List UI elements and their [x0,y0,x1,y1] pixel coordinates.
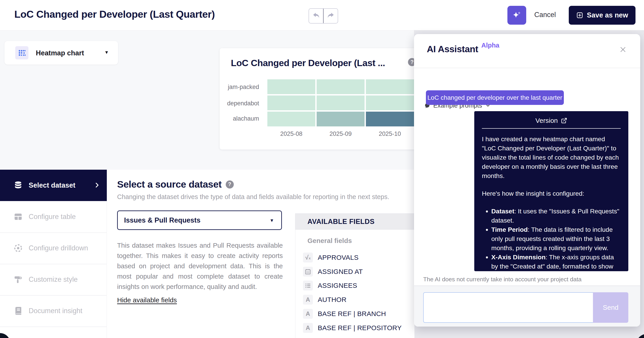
external-link-icon [561,117,567,124]
text-field-icon: A [303,309,313,319]
dataset-subtitle: Changing the dataset drives the type of … [117,193,390,201]
chart-preview-title: LoC Changed per Developer (Last ... [231,58,385,68]
ai-message-bullet: Dataset: It uses the "Issues & Pull Requ… [491,207,621,225]
ai-message-body: I have created a new heatmap chart named… [482,135,621,271]
heatmap-col-label: 2025-08 [267,130,315,137]
save-as-new-label: Save as new [587,11,628,19]
text-field-icon: A [303,295,313,305]
ai-message-bullet-list: Dataset: It uses the "Issues & Pull Requ… [482,207,621,271]
dataset-heading-row: Select a source dataset ? [117,179,234,190]
sidebar-item-customize-style[interactable]: Customize style [0,264,107,295]
field-label: ASSIGNEES [318,282,357,289]
chevron-down-icon: ▾ [270,217,273,223]
dataset-select-value: Issues & Pull Requests [124,216,200,224]
sidebar-item-document-insight[interactable]: Document insight [0,295,107,326]
heatmap-row-label: dependabot [220,100,259,107]
add-square-icon [576,12,583,19]
heatmap-cell [267,79,315,94]
heatmap-cell [317,79,364,94]
ai-panel-header: AI Assistant Alpha [427,44,499,55]
redo-icon [327,12,334,20]
formula-icon: √x [303,253,313,262]
calendar-icon [303,267,313,277]
dataset-select[interactable]: Issues & Pull Requests ▾ [117,210,282,230]
heatmap-cell [317,112,364,126]
ai-message-bullet: Time Period: The data is filtered to inc… [491,225,621,253]
undo-redo-group [308,8,338,24]
app-root: LoC Changed per Developer (Last Quarter)… [0,0,644,338]
heatmap-cell [366,112,416,126]
undo-button[interactable] [309,9,323,23]
heatmap-row-label: jam-packed [220,84,259,91]
field-item-base-ref-branch[interactable]: A BASE REF | BRANCH [303,307,386,320]
available-fields-header: AVAILABLE FIELDS [295,214,414,230]
user-prompt-chip[interactable]: LoC changed per developer over the last … [426,90,564,105]
top-bar: LoC Changed per Developer (Last Quarter)… [0,0,644,30]
ai-input-footer: Send [414,285,640,326]
heatmap-cell [366,96,416,110]
sidebar-item-configure-table[interactable]: Configure table [0,201,107,232]
sidebar-divider [0,326,107,327]
chart-type-selector[interactable]: Heatmap chart ▾ [4,41,118,65]
ai-message-paragraph: I have created a new heatmap chart named… [482,135,621,180]
field-item-assigned-at[interactable]: ASSIGNED AT [303,265,363,278]
ai-header-divider [414,68,640,68]
table-icon [14,212,23,221]
field-item-assignees[interactable]: ASSIGNEES [303,279,357,292]
sidebar-item-label: Configure drilldown [29,244,88,252]
send-button[interactable]: Send [593,292,628,323]
ai-message-card: Version I have created a new heatmap cha… [474,111,628,271]
drilldown-target-icon [14,243,23,253]
undo-icon [312,12,320,20]
field-item-base-ref-repository[interactable]: A BASE REF | REPOSITORY [303,321,402,335]
chart-type-label: Heatmap chart [36,49,84,57]
field-label: BASE REF | BRANCH [318,310,386,317]
heatmap-cell [366,79,416,94]
ai-panel-title: AI Assistant [427,44,478,55]
heatmap-cell [317,96,364,110]
field-label: BASE REF | REPOSITORY [318,324,402,332]
field-label: APPROVALS [318,254,358,261]
ai-prompt-input[interactable] [423,292,593,323]
heatmap-cell [267,96,315,110]
heatmap-row-label: alachaum [220,115,259,122]
chart-preview-card: LoC Changed per Developer (Last ... ? ja… [220,48,416,150]
database-icon [14,181,23,190]
ai-assistant-button[interactable] [508,6,526,25]
dataset-help-icon[interactable]: ? [226,180,234,188]
heatmap-grid-icon [15,46,28,59]
sidebar-item-configure-drilldown[interactable]: Configure drilldown [0,232,107,264]
field-item-author[interactable]: A AUTHOR [303,293,346,306]
fields-group-label: General fields [308,237,352,244]
field-item-approvals[interactable]: √x APPROVALS [303,251,358,264]
sparkle-icon [512,10,522,21]
redo-button[interactable] [324,9,338,23]
sidebar-item-label: Select dataset [29,181,76,189]
alpha-badge: Alpha [481,42,499,49]
sidebar-item-label: Customize style [29,275,78,283]
wizard-sidebar: Select dataset Configure table Configure… [0,170,107,338]
sidebar-item-label: Configure table [29,213,76,221]
chevron-right-icon [94,182,100,188]
dataset-description: This dataset makes Issues and Pull Reque… [117,240,283,292]
text-field-icon: A [303,323,313,333]
hide-available-fields-link[interactable]: Hide available fields [117,296,177,304]
list-icon [303,281,313,290]
sidebar-item-select-dataset[interactable]: Select dataset [0,170,107,201]
version-label: Version [536,117,558,124]
ai-disclaimer: The AI does not currently take into acco… [423,276,582,283]
sidebar-item-label: Document insight [29,307,82,315]
close-icon[interactable] [619,45,627,54]
page-title: LoC Changed per Developer (Last Quarter) [14,9,215,20]
heatmap-col-label: 2025-10 [366,130,414,137]
chevron-down-icon: ▾ [105,49,108,55]
cancel-button[interactable]: Cancel [534,11,556,19]
field-label: AUTHOR [318,296,346,303]
ai-message-bullet: X-Axis Dimension: The x-axis groups data… [491,253,621,271]
book-icon [14,306,23,315]
ai-assistant-panel: AI Assistant Alpha Example prompts LoC c… [414,34,640,326]
field-label: ASSIGNED AT [318,268,363,275]
save-as-new-button[interactable]: Save as new [569,6,636,25]
version-link[interactable]: Version [482,116,621,126]
heatmap-col-label: 2025-09 [317,130,364,137]
